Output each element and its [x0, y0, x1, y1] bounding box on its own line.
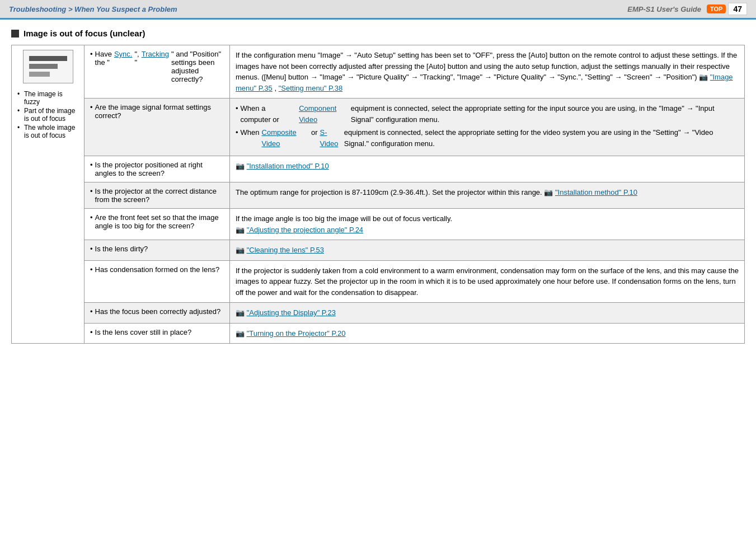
question-bullet: Are the front feet set so that the image… — [90, 213, 224, 230]
question-cell: Are the image signal format settings cor… — [84, 99, 230, 156]
question-text: Has condensation formed on the lens? — [90, 265, 224, 274]
img-line-3 — [29, 72, 50, 77]
question-cell: Are the front feet set so that the image… — [84, 209, 230, 240]
installation-link-2[interactable]: "Installation method" P.10 — [555, 188, 637, 196]
table-row: Is the lens cover still in place? 📷 "Tur… — [12, 323, 745, 344]
question-bullet: Has the focus been correctly adjusted? — [90, 307, 224, 316]
s-video-link[interactable]: S-Video — [320, 127, 341, 149]
camera-icon-8: 📷 — [236, 308, 245, 317]
table-row: Is the projector positioned at right ang… — [12, 156, 745, 182]
question-text: Has the focus been correctly adjusted? — [90, 307, 224, 316]
answer-cell: When a computer or Component Video equip… — [230, 99, 745, 156]
section-icon — [11, 30, 19, 38]
question-bullet: Is the lens dirty? — [90, 245, 224, 253]
symptom-list: The image is fuzzy Part of the image is … — [17, 90, 78, 140]
table-row: Has the focus been correctly adjusted? 📷… — [12, 303, 745, 324]
question-bullet: Is the projector positioned at right ang… — [90, 161, 224, 177]
question-text: Are the image signal format settings cor… — [90, 103, 224, 120]
answer-cell: 📷 "Cleaning the lens" P.53 — [230, 240, 745, 261]
question-bullet: Have the "Sync.", "Tracking" and "Positi… — [90, 50, 224, 83]
camera-icon-4: 📷 — [544, 188, 553, 196]
turning-on-projector-link[interactable]: "Turning on the Projector" P.20 — [247, 329, 346, 338]
question-cell: Has condensation formed on the lens? — [84, 260, 230, 303]
answer-cell: If the configuration menu "Image" → "Aut… — [230, 45, 745, 99]
table-row: Has condensation formed on the lens? If … — [12, 260, 745, 303]
table-row: Are the front feet set so that the image… — [12, 209, 745, 240]
page-number: 47 — [728, 3, 747, 15]
cleaning-lens-link[interactable]: "Cleaning the lens" P.53 — [247, 246, 324, 254]
image-cell: The image is fuzzy Part of the image is … — [12, 45, 84, 344]
setting-menu-link[interactable]: "Setting menu" P.38 — [279, 84, 343, 92]
symptom-item: The image is fuzzy — [17, 90, 78, 106]
answer-cell: 📷 "Installation method" P.10 — [230, 156, 745, 182]
question-cell: Have the "Sync.", "Tracking" and "Positi… — [84, 45, 230, 99]
projector-lines — [29, 56, 67, 79]
question-cell: Is the projector positioned at right ang… — [84, 156, 230, 182]
table-row: Is the lens dirty? 📷 "Cleaning the lens"… — [12, 240, 745, 261]
question-cell: Is the lens cover still in place? — [84, 323, 230, 344]
question-bullet: Has condensation formed on the lens? — [90, 265, 224, 274]
camera-icon-9: 📷 — [236, 329, 245, 338]
table-row: Are the image signal format settings cor… — [12, 99, 745, 156]
camera-icon-1: 📷 — [699, 73, 708, 81]
symptom-item: The whole image is out of focus — [17, 124, 78, 139]
adjusting-display-link[interactable]: "Adjusting the Display" P.23 — [247, 308, 336, 317]
tracking-link[interactable]: Tracking — [142, 50, 169, 83]
header-bar: Troubleshooting > When You Suspect a Pro… — [0, 0, 756, 20]
question-bullet: Is the projector at the correct distance… — [90, 187, 224, 204]
guide-title: EMP-S1 User's Guide — [627, 5, 701, 13]
question-bullet: Are the image signal format settings cor… — [90, 103, 224, 120]
question-text: Is the lens cover still in place? — [90, 328, 224, 336]
question-text: Are the front feet set so that the image… — [90, 213, 224, 230]
breadcrumb: Troubleshooting > When You Suspect a Pro… — [9, 5, 177, 13]
camera-icon-6: 📷 — [236, 246, 245, 254]
answer-cell: The optimum range for projection is 87-1… — [230, 182, 745, 209]
answer-cell: 📷 "Turning on the Projector" P.20 — [230, 323, 745, 344]
question-text: Is the lens dirty? — [90, 245, 224, 253]
question-bullet: Is the lens cover still in place? — [90, 328, 224, 336]
section-title-text: Image is out of focus (unclear) — [24, 29, 145, 38]
question-text: Have the "Sync.", "Tracking" and "Positi… — [90, 50, 224, 83]
question-cell: Is the projector at the correct distance… — [84, 182, 230, 209]
symptom-item: Part of the image is out of focus — [17, 107, 78, 123]
question-text: Is the projector at the correct distance… — [90, 187, 224, 204]
answer-cell: 📷 "Adjusting the Display" P.23 — [230, 303, 745, 324]
composite-video-link[interactable]: Composite Video — [262, 127, 309, 149]
projection-angle-link[interactable]: "Adjusting the projection angle" P.24 — [247, 226, 363, 234]
component-video-link[interactable]: Component Video — [299, 103, 349, 125]
top-button[interactable]: TOP — [707, 4, 726, 13]
troubleshooting-table: The image is fuzzy Part of the image is … — [11, 45, 745, 344]
answer-cell: If the projector is suddenly taken from … — [230, 260, 745, 303]
answer-cell: If the image angle is too big the image … — [230, 209, 745, 240]
main-content: Image is out of focus (unclear) — [0, 20, 756, 353]
question-text: Is the projector positioned at right ang… — [90, 161, 224, 177]
header-right-area: EMP-S1 User's Guide TOP 47 — [627, 3, 747, 15]
projector-diagram — [23, 50, 73, 83]
answer-sub-bullet: When a computer or Component Video equip… — [236, 103, 739, 125]
image-cell-content: The image is fuzzy Part of the image is … — [17, 50, 78, 140]
img-line-1 — [29, 56, 67, 61]
table-row: The image is fuzzy Part of the image is … — [12, 45, 745, 99]
img-line-2 — [29, 64, 58, 69]
section-title: Image is out of focus (unclear) — [11, 29, 745, 38]
question-cell: Has the focus been correctly adjusted? — [84, 303, 230, 324]
question-cell: Is the lens dirty? — [84, 240, 230, 261]
sync-link[interactable]: Sync. — [114, 50, 133, 83]
camera-icon-5: 📷 — [236, 226, 245, 234]
camera-icon-3: 📷 — [236, 162, 245, 170]
installation-link-1[interactable]: "Installation method" P.10 — [247, 162, 329, 170]
answer-sub-bullet: When Composite Video or S-Video equipmen… — [236, 127, 739, 149]
table-row: Is the projector at the correct distance… — [12, 182, 745, 209]
